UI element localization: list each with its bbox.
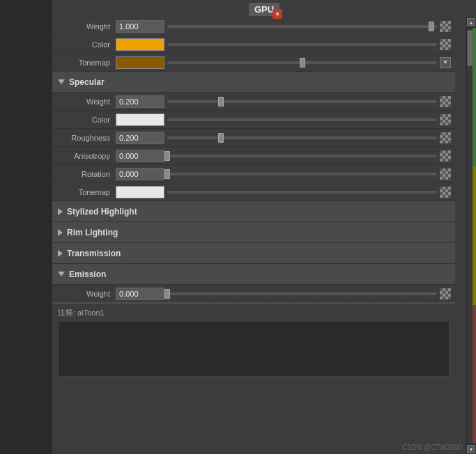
specular-anisotropy-value[interactable]: 0.000 (116, 150, 164, 162)
specular-color-row: Color (52, 111, 455, 129)
specular-tonemap-row: Tonemap (52, 183, 455, 201)
specular-color-label: Color (56, 116, 116, 124)
stylized-expand-icon (58, 208, 63, 215)
specular-tonemap-slider[interactable] (167, 191, 437, 194)
specular-anisotropy-row: Anisotropy 0.000 (52, 147, 455, 165)
specular-tonemap-swatch[interactable] (116, 186, 164, 198)
close-icon[interactable]: × (272, 9, 282, 19)
specular-roughness-value[interactable]: 0.200 (116, 132, 164, 144)
notes-label: 注释: aiToon1 (58, 308, 450, 318)
specular-expand-icon (58, 79, 65, 84)
emission-section-header[interactable]: Emission (52, 264, 455, 285)
specular-rotation-row: Rotation 0.000 (52, 165, 455, 183)
emission-expand-icon (58, 272, 65, 276)
specular-rotation-checker[interactable] (440, 169, 451, 180)
specular-color-slider[interactable] (167, 118, 437, 121)
stylized-highlight-title: Stylized Highlight (67, 207, 137, 217)
specular-roughness-label: Roughness (56, 134, 116, 142)
specular-title: Specular (69, 77, 105, 87)
emission-weight-label: Weight (56, 290, 116, 298)
top-weight-row: Weight 1.000 (52, 17, 455, 36)
notes-section: 注释: aiToon1 (52, 303, 455, 383)
top-tonemap-dropdown[interactable]: ▼ (440, 57, 451, 68)
top-tonemap-label: Tonemap (56, 58, 116, 67)
rim-expand-icon (58, 229, 63, 236)
specular-weight-row: Weight 0.200 (52, 93, 455, 111)
transmission-section-header[interactable]: Transmission (52, 243, 455, 264)
specular-color-checker[interactable] (440, 114, 451, 125)
emission-weight-value[interactable]: 0.000 (116, 288, 164, 300)
top-weight-label: Weight (56, 22, 116, 31)
gpu-badge: GPU × (249, 3, 279, 16)
transmission-title: Transmission (67, 249, 121, 258)
specular-weight-label: Weight (56, 97, 116, 106)
specular-color-swatch[interactable] (116, 114, 164, 126)
specular-weight-slider[interactable] (167, 100, 437, 103)
specular-weight-checker[interactable] (440, 96, 451, 107)
watermark: CSDN @CTW2000 (402, 444, 462, 451)
specular-roughness-slider[interactable] (167, 136, 437, 139)
top-tonemap-slider[interactable] (167, 61, 437, 64)
top-color-swatch[interactable] (116, 38, 164, 51)
top-color-label: Color (56, 40, 116, 49)
specular-anisotropy-checker[interactable] (440, 150, 451, 162)
stylized-highlight-section-header[interactable]: Stylized Highlight (52, 201, 455, 222)
emission-title: Emission (69, 269, 106, 279)
specular-tonemap-checker[interactable] (440, 187, 451, 198)
specular-weight-value[interactable]: 0.200 (116, 95, 164, 108)
specular-rotation-label: Rotation (56, 170, 116, 178)
specular-anisotropy-label: Anisotropy (56, 152, 116, 160)
top-tonemap-row: Tonemap ▼ (52, 54, 455, 72)
rim-lighting-section-header[interactable]: Rim Lighting (52, 222, 455, 243)
emission-weight-row: Weight 0.000 (52, 285, 455, 303)
scroll-down-button[interactable]: ▼ (467, 445, 475, 453)
specular-roughness-checker[interactable] (440, 132, 451, 143)
top-weight-slider[interactable] (167, 25, 437, 28)
scroll-up-button[interactable]: ▲ (467, 18, 475, 26)
top-color-row: Color (52, 36, 455, 54)
top-color-checker[interactable] (440, 39, 451, 50)
transmission-expand-icon (58, 250, 63, 257)
top-weight-checker[interactable] (440, 21, 451, 32)
rim-lighting-title: Rim Lighting (67, 228, 118, 237)
top-weight-value[interactable]: 1.000 (116, 20, 164, 33)
specular-roughness-row: Roughness 0.200 (52, 129, 455, 147)
top-tonemap-swatch[interactable] (116, 56, 164, 69)
gpu-label: GPU (254, 4, 274, 15)
top-color-slider[interactable] (167, 43, 437, 46)
specular-section-header[interactable]: Specular (52, 72, 455, 93)
emission-weight-slider[interactable] (167, 292, 437, 295)
specular-rotation-value[interactable]: 0.000 (116, 168, 164, 180)
notes-textarea[interactable] (58, 321, 450, 377)
specular-tonemap-label: Tonemap (56, 188, 116, 196)
specular-rotation-slider[interactable] (167, 173, 437, 175)
specular-anisotropy-slider[interactable] (167, 155, 437, 157)
emission-weight-checker[interactable] (440, 288, 451, 299)
